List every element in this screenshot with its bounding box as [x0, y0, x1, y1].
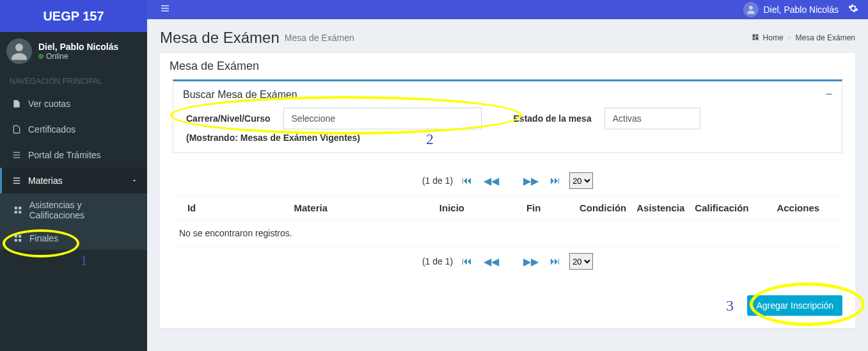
- page-title: Mesa de Exámen: [160, 29, 280, 47]
- page-next-icon[interactable]: ▶▶: [521, 254, 541, 269]
- svg-rect-16: [161, 8, 169, 8]
- main: Diel, Pablo Nicolás Mesa de Exámen Mesa …: [147, 0, 868, 351]
- svg-rect-5: [13, 180, 20, 181]
- user-name: Diel, Pablo Nicolás: [38, 42, 118, 52]
- chevron-down-icon: [131, 176, 138, 186]
- svg-rect-14: [19, 239, 21, 241]
- avatar: [6, 38, 32, 64]
- page-info: (1 de 1): [422, 256, 453, 266]
- dashboard-icon: [752, 33, 759, 43]
- list-icon: [12, 176, 22, 186]
- empty-row: No se encontraron registros.: [173, 220, 842, 247]
- nav-label: Ver cuotas: [28, 99, 70, 109]
- hamburger-icon[interactable]: [157, 0, 173, 19]
- brand-logo[interactable]: UEGP 157: [0, 0, 147, 32]
- th-materia: Materia: [210, 196, 411, 220]
- page-size-select[interactable]: 20: [569, 172, 593, 189]
- list-icon: [12, 150, 22, 160]
- topbar-user[interactable]: Diel, Pablo Nicolás: [743, 2, 839, 17]
- th-calificacion: Calificación: [690, 196, 754, 220]
- th-asistencia: Asistencia: [631, 196, 690, 220]
- svg-rect-15: [161, 5, 169, 6]
- search-title: Buscar Mesa de Exámen: [183, 89, 297, 101]
- nav-item-tramites[interactable]: Portal de Trámites: [0, 142, 147, 168]
- th-id: Id: [173, 196, 210, 220]
- svg-rect-6: [13, 183, 20, 184]
- th-fin: Fin: [493, 196, 574, 220]
- grid-icon: [13, 205, 23, 215]
- add-inscription-button[interactable]: Agregar Inscripción: [747, 295, 842, 316]
- svg-point-18: [749, 6, 753, 10]
- nav-label: Materias: [28, 176, 63, 186]
- paginator-bottom: (1 de 1) ⏮ ◀◀ ▶▶ ⏭ 20: [173, 247, 842, 276]
- file-icon: [12, 99, 22, 109]
- results-table: Id Materia Inicio Fin Condición Asistenc…: [173, 195, 842, 247]
- svg-rect-8: [19, 207, 21, 209]
- page-next-icon[interactable]: ▶▶: [521, 174, 541, 188]
- annotation-label-1: 1: [80, 252, 88, 269]
- th-inicio: Inicio: [411, 196, 493, 220]
- nav-header: NAVEGACIÓN PRINCIPAL: [0, 70, 147, 91]
- th-condicion: Condición: [574, 196, 631, 220]
- svg-rect-1: [13, 152, 20, 152]
- footer-actions: Agregar Inscripción 3: [160, 286, 855, 329]
- carrera-select[interactable]: [283, 108, 482, 129]
- carrera-label: Carrera/Nivel/Curso: [186, 113, 271, 124]
- svg-rect-2: [13, 154, 20, 155]
- breadcrumb-current: Mesa de Exámen: [796, 33, 855, 42]
- page-prev-icon[interactable]: ◀◀: [481, 174, 501, 188]
- annotation-label-2: 2: [426, 131, 434, 148]
- page-size-select[interactable]: 20: [569, 253, 593, 270]
- grid-icon: [13, 233, 23, 243]
- gear-icon[interactable]: [848, 3, 858, 16]
- page-info: (1 de 1): [422, 176, 453, 186]
- svg-rect-7: [15, 207, 17, 209]
- page-last-icon[interactable]: ⏭: [548, 254, 563, 268]
- th-acciones: Acciones: [754, 196, 843, 220]
- user-panel: Diel, Pablo Nicolás Online: [0, 32, 147, 70]
- panel-title: Mesa de Exámen: [160, 53, 855, 79]
- page-prev-icon[interactable]: ◀◀: [481, 254, 501, 269]
- page-subtitle: Mesa de Exámen: [285, 33, 354, 43]
- nav-sub-finales[interactable]: Finales: [0, 227, 147, 250]
- page-first-icon[interactable]: ⏮: [459, 254, 475, 268]
- svg-rect-12: [19, 235, 21, 238]
- svg-rect-3: [13, 158, 20, 158]
- nav-item-certificados[interactable]: Certificados: [0, 117, 147, 142]
- nav-label: Portal de Trámites: [28, 150, 101, 160]
- page-last-icon[interactable]: ⏭: [548, 174, 563, 188]
- breadcrumb-sep: >: [787, 33, 792, 42]
- nav-sub-asistencias[interactable]: Asistencias y Calificaciones: [0, 193, 147, 227]
- search-box: Buscar Mesa de Exámen − Carrera/Nivel/Cu…: [173, 79, 842, 153]
- content-body: Mesa de Exámen Buscar Mesa de Exámen − C…: [147, 53, 868, 351]
- breadcrumb-home[interactable]: Home: [763, 33, 784, 42]
- nav-sub-label: Finales: [29, 233, 58, 243]
- annotation-label-3: 3: [726, 297, 734, 314]
- sidebar: UEGP 157 Diel, Pablo Nicolás Online NAVE…: [0, 0, 147, 351]
- collapse-button[interactable]: −: [825, 88, 832, 101]
- hint-text: (Mostrando: Mesas de Exámen Vigentes): [173, 133, 842, 152]
- svg-rect-17: [161, 10, 169, 11]
- nav-sub-label: Asistencias y Calificaciones: [29, 200, 138, 220]
- estado-label: Estado de la mesa: [514, 113, 592, 124]
- nav-item-materias[interactable]: Materias: [0, 168, 147, 193]
- svg-rect-10: [19, 211, 21, 213]
- svg-rect-4: [13, 177, 20, 178]
- avatar-small: [743, 2, 759, 17]
- breadcrumb: Home > Mesa de Exámen: [752, 33, 855, 43]
- paginator-top: (1 de 1) ⏮ ◀◀ ▶▶ ⏭ 20: [173, 166, 842, 195]
- panel-box: Mesa de Exámen Buscar Mesa de Exámen − C…: [160, 53, 855, 329]
- file-icon: [12, 124, 22, 135]
- nav-item-cuotas[interactable]: Ver cuotas: [0, 91, 147, 117]
- user-status: Online: [38, 52, 118, 61]
- svg-rect-13: [15, 239, 17, 241]
- user-info: Diel, Pablo Nicolás Online: [38, 42, 118, 61]
- page-first-icon[interactable]: ⏮: [459, 174, 475, 188]
- nav-label: Certificados: [28, 124, 75, 135]
- svg-rect-11: [15, 235, 17, 238]
- content-header: Mesa de Exámen Mesa de Exámen Home > Mes…: [147, 19, 868, 53]
- table-wrap: (1 de 1) ⏮ ◀◀ ▶▶ ⏭ 20 Id Materia Inicio …: [160, 166, 855, 286]
- svg-point-0: [15, 44, 23, 51]
- topbar-user-name: Diel, Pablo Nicolás: [764, 4, 839, 15]
- estado-select[interactable]: [604, 108, 700, 129]
